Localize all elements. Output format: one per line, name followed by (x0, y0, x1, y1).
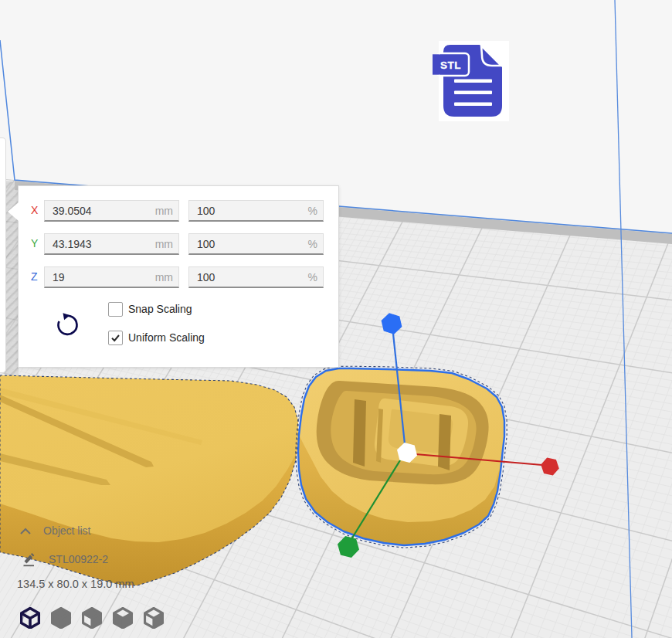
svg-text:STL: STL (440, 59, 461, 71)
